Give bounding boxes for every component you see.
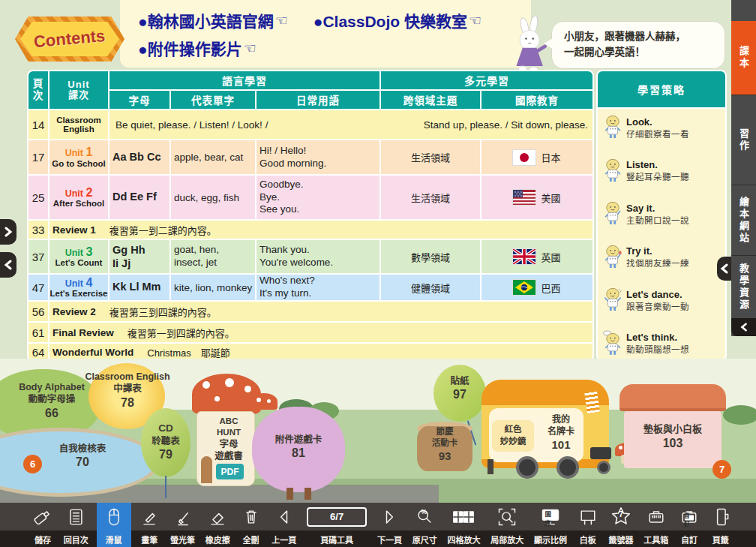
tab-teaching-resources[interactable]: 教學資源 [731,255,756,318]
self-check-hotspot[interactable]: 自我檢核表 70 [39,443,126,470]
back-to-contents-button[interactable]: 回目次 [62,503,91,547]
classroom-phrases-right: Stand up, please. / Sit down, please. [424,119,588,131]
festival-cards-hotspot[interactable]: 節慶 活動卡 93 [418,426,471,463]
highlighter-icon [172,506,194,527]
col-header-words: 代表單字 [171,91,255,109]
row-page-number: 14 [28,110,48,139]
classdojo-link-label: ●ClassDojo 快樂教室 [314,9,467,32]
col-group-multi: 多元學習 [381,71,592,89]
row-page-number: 64 [28,344,48,360]
original-size-button[interactable]: % 原尺寸 [410,503,440,547]
page-badge-left: 6 [23,455,42,473]
col-header-letters: 字母 [110,91,170,109]
row-page-number: 33 [28,221,48,239]
custom-tools-button[interactable]: 自訂 自訂 [676,503,702,547]
display-ratio-icon [539,506,562,527]
pointing-hand-icon: ☜ [244,40,256,57]
mouse-tool-button[interactable]: 滑鼠 [97,503,131,547]
row-page-number: 61 [28,323,48,342]
highlighter-tool-button[interactable]: 螢光筆 [168,503,197,547]
row-page-number: 17 [28,140,48,174]
unit-4-country: 巴西 [482,275,592,300]
unit-3-domain: 數學領域 [381,240,480,273]
unit-4-words: kite, lion, monkey [171,275,255,300]
trash-icon [241,506,262,527]
eraser-icon [207,506,228,527]
page-indicator[interactable]: 6/7 [307,507,367,527]
speech-bubble-line2: 一起開心學英語！ [564,45,717,61]
unit-2-domain: 生活領域 [381,176,480,219]
whiteboard-button[interactable]: 白板 [575,503,601,547]
row-page-number: 25 [28,176,48,219]
unit-1-cell: Unit 1 Go to School [50,140,108,174]
pen-tool-button[interactable]: 畫筆 [136,503,162,547]
save-icon [32,506,53,527]
top-links-band: ●翰林國小英語官網☜ ●ClassDojo 快樂教室☜ ●附件操作影片☜ [120,0,531,68]
speech-bubble-tail [544,38,553,49]
robot-listen-icon [602,158,623,185]
left-panel-expand-button[interactable] [0,219,16,245]
uk-flag-icon [513,249,536,264]
sidebar-collapse-button[interactable] [731,318,756,336]
classroom-english-hotspot[interactable]: Classroom English 中譯表 78 [80,371,176,410]
robot-look-icon [602,114,623,141]
tab-picture-book-site[interactable]: 繪本網站 [731,185,756,255]
chevron-left-icon [720,263,729,274]
contents-badge: Contents [15,17,124,62]
strategy-try-it: Try it.找個朋友練一練 [602,244,722,271]
original-size-icon [414,506,435,527]
col-header-strategy: 學習策略 [598,71,725,109]
pointing-hand-icon: ☜ [469,12,482,29]
pink-tree-trunk [304,488,311,500]
save-button[interactable]: 儲存 [30,503,56,547]
ebook-reader: ●翰林國小英語官網☜ ●ClassDojo 快樂教室☜ ●附件操作影片☜ Con… [0,0,756,547]
abc-hunt-hotspot[interactable]: ABC HUNT 字母 遊戲書 [207,416,250,462]
cd-balloon-string [165,476,166,498]
display-ratio-button[interactable]: 固定 顯示比例 [532,503,569,547]
final-review-row: Final Review 複習第一到四課的內容。 [50,323,592,342]
game-cards-hotspot[interactable]: 附件遊戲卡 81 [262,434,334,461]
name-tag-hotspot[interactable]: 我的 名牌卡 101 [542,414,580,452]
right-panel-collapse-button[interactable] [717,257,732,281]
robot-try-icon [602,244,623,271]
attachment-video-link[interactable]: ●附件操作影片☜ [138,37,256,59]
red-magic-lens-hotspot[interactable]: 紅色 妙妙鏡 [492,420,534,452]
tab-textbook[interactable]: 課本 [731,21,756,95]
usa-flag-icon [513,190,536,205]
page-number-tool[interactable]: 6/7 頁碼工具 [304,503,369,547]
col-header-unit-zh: 課次 [68,90,89,101]
sticker-hotspot[interactable]: 貼紙 97 [435,375,484,403]
page-tab-button[interactable]: 頁籤 [708,503,734,547]
pdf-button[interactable]: PDF [216,464,244,479]
four-grid-zoom-button[interactable]: 四格放大 [445,503,482,547]
left-panel-collapse-button[interactable] [0,252,16,278]
number-picker-button[interactable]: 7 籤號器 [606,503,635,547]
whiteboard-set-hotspot[interactable]: 墊板與小白板 103 [628,423,717,452]
partial-zoom-button[interactable]: 局部放大 [488,503,526,547]
col-header-unit-en: Unit [68,80,89,90]
official-site-link[interactable]: ●翰林國小英語官網☜ [138,9,288,32]
delete-all-button[interactable]: 全刪 [238,503,264,547]
tab-workbook[interactable]: 習作 [731,95,756,185]
unit-1-domain: 生活領域 [381,140,480,174]
next-page-button[interactable]: 下一頁 [375,503,404,547]
toolbox-button[interactable]: 工具箱 [641,503,670,547]
col-header-cross-domain: 跨領域主題 [381,91,480,109]
previous-page-button[interactable]: 上一頁 [269,503,298,547]
cd-list-hotspot[interactable]: CD 聆聽表 79 [140,422,192,463]
classdojo-link[interactable]: ●ClassDojo 快樂教室☜ [314,9,482,32]
right-tab-rail: 課本 習作 繪本網站 教學資源 [731,0,756,336]
toc-table: 頁次 Unit 課次 語言學習 字母 代表單字 日常用語 多元學習 跨領域主題 … [27,70,727,362]
unit-2-letters: Dd Ee Ff [110,176,170,219]
unit-1-letters: Aa Bb Cc [110,140,170,174]
unit-2-words: duck, egg, fish [171,176,255,219]
camper-panel: 紅色 妙妙鏡 我的 名牌卡 101 [489,408,584,462]
unit-3-letters: Gg HhIi Jj [110,240,170,273]
unit-1-country: 日本 [482,140,592,174]
unit-4-cell: Unit 4 Let's Exercise [50,275,108,300]
contents-list-icon [65,506,86,527]
pink-tree-trunk [286,488,293,500]
col-header-page: 頁次 [28,71,48,109]
eraser-tool-button[interactable]: 橡皮擦 [203,503,232,547]
pink-house-roof [620,384,726,411]
